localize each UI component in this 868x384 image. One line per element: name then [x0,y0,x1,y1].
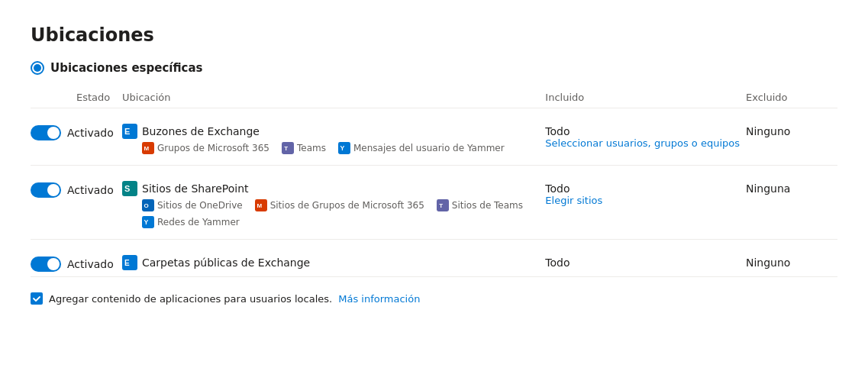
sub-label: Mensajes del usuario de Yammer [353,143,505,153]
radio-label: Ubicaciones específicas [50,61,203,75]
included-value-carpetas: Todo [545,249,740,269]
table-row: Activado E Carpetas públicas de Exchange… [31,240,837,277]
sub-label: Teams [297,143,326,153]
sub-icon: M [255,199,267,211]
sub-item: T Teams [282,142,326,154]
location-label-sharepoint: Sitios de SharePoint [142,182,249,195]
svg-text:Y: Y [144,218,148,226]
included-link-sharepoint[interactable]: Elegir sitios [545,195,740,206]
excluded-value-sharepoint: Ninguna [746,175,831,195]
sub-label: Sitios de Grupos de Microsoft 365 [270,200,424,211]
excluded-value-exchange: Ninguno [746,118,831,137]
locations-table: Estado Ubicación Incluido Excluido Activ… [31,87,837,277]
toggle-sharepoint[interactable]: Activado [31,182,114,198]
location-name-exchange: E Buzones de Exchange [122,116,539,139]
location-icon-carpetas: E [122,255,137,270]
sub-label: Grupos de Microsoft 365 [157,143,269,153]
sub-icon: Y [142,216,154,228]
location-icon-sharepoint: S [122,181,137,196]
col-header-estado: Estado [31,87,122,108]
sub-item: M Sitios de Grupos de Microsoft 365 [255,199,424,211]
table-row: Activado E Buzones de Exchange M Grupos … [31,108,837,166]
radio-icon [31,61,44,75]
location-name-carpetas: E Carpetas públicas de Exchange [122,247,539,270]
sub-item: Y Redes de Yammer [142,216,240,228]
svg-text:M: M [144,145,149,152]
sub-icon: M [142,142,154,154]
svg-text:E: E [124,259,130,267]
excluded-value-carpetas: Ninguno [746,249,831,269]
col-header-ubicacion: Ubicación [122,87,545,108]
sub-label: Redes de Yammer [157,217,240,227]
radio-ubicaciones-especificas[interactable]: Ubicaciones específicas [31,61,837,75]
sub-icon: T [437,199,449,211]
footer-checkbox[interactable] [31,292,43,305]
location-icon-exchange: E [122,124,137,139]
toggle-exchange[interactable]: Activado [31,125,114,140]
sub-item: O Sitios de OneDrive [142,199,243,211]
sub-item: T Sitios de Teams [437,199,523,211]
checkmark-icon [32,294,41,303]
sub-label: Sitios de OneDrive [157,200,243,211]
svg-text:M: M [257,202,262,209]
svg-text:T: T [284,145,288,152]
svg-text:T: T [439,202,443,209]
toggle-label-carpetas: Activado [67,258,114,270]
sub-item: M Grupos de Microsoft 365 [142,142,269,154]
col-header-incluido: Incluido [545,87,746,108]
location-label-carpetas: Carpetas públicas de Exchange [142,257,310,269]
footer-link[interactable]: Más información [338,293,420,305]
table-row: Activado S Sitios de SharePoint O Sitios… [31,166,837,240]
sub-icon: O [142,199,154,211]
svg-text:S: S [124,184,130,193]
sub-label: Sitios de Teams [452,200,523,211]
footer-row: Agregar contenido de aplicaciones para u… [31,292,837,305]
included-value-exchange: Todo [545,118,740,137]
page-title: Ubicaciones [31,24,837,46]
toggle-label-exchange: Activado [67,127,114,139]
sub-item: Y Mensajes del usuario de Yammer [338,142,505,154]
svg-text:E: E [124,127,130,136]
col-header-excluido: Excluido [746,87,837,108]
location-label-exchange: Buzones de Exchange [142,125,260,137]
footer-text: Agregar contenido de aplicaciones para u… [49,293,332,305]
toggle-carpetas[interactable]: Activado [31,257,114,272]
svg-text:O: O [144,202,148,209]
sub-icon: Y [338,142,350,154]
location-name-sharepoint: S Sitios de SharePoint [122,173,539,196]
toggle-label-sharepoint: Activado [67,184,114,196]
svg-text:Y: Y [340,144,344,152]
included-link-exchange[interactable]: Seleccionar usuarios, grupos o equipos [545,137,740,149]
sub-icon: T [282,142,294,154]
included-value-sharepoint: Todo [545,175,740,195]
